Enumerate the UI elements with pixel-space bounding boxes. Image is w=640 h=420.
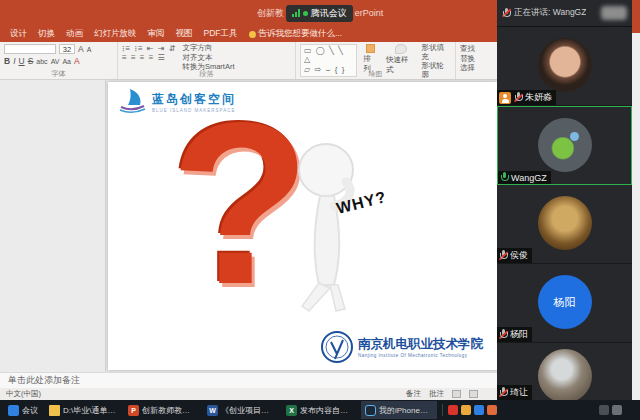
- participant-name-label: 朱妍淼: [497, 90, 556, 105]
- participant-name: 杨阳: [510, 328, 528, 341]
- participant-tile[interactable]: 琦让: [497, 343, 632, 400]
- alignment-icons[interactable]: ≡ ≡ ≡ ≡ ☰: [122, 53, 166, 62]
- tab-animations[interactable]: 动画: [66, 28, 83, 40]
- taskbar-divider: [442, 404, 443, 416]
- font-group: 32 A A B I U S abc AV Aa A 字体: [0, 42, 118, 79]
- taskbar-item-folder[interactable]: D:\毕业\通单组...: [45, 401, 121, 419]
- participant-name: 侯俊: [510, 249, 528, 262]
- meeting-widget-label: 腾讯会议: [311, 7, 347, 20]
- word-icon: W: [207, 405, 218, 416]
- school-name: 南京机电职业技术学院: [358, 336, 483, 353]
- tray-icon-blue[interactable]: [474, 405, 484, 415]
- tray-icon-orange[interactable]: [461, 405, 471, 415]
- shrink-font-button[interactable]: A: [87, 46, 92, 53]
- bullets-numbering-icons[interactable]: ⁝≡ ⁝≡ ⇤ ⇥ ⇵: [122, 44, 176, 53]
- clear-formatting-button[interactable]: abc: [36, 58, 47, 65]
- tab-pdf-tools[interactable]: PDF工具: [204, 28, 238, 40]
- comments-toggle-button[interactable]: 批注: [429, 389, 444, 399]
- lightbulb-icon: [249, 31, 256, 38]
- taskbar-item-word[interactable]: W 《创业项目计...: [203, 401, 279, 419]
- tell-me-box[interactable]: 告诉我您想要做什么...: [249, 28, 343, 40]
- screen: 创新教 腾讯会议 erPoint 设计 切换 动画 幻灯片放映 审阅 视图 PD…: [0, 0, 640, 420]
- signal-bars-icon: [292, 9, 300, 17]
- speaking-mic-icon: [500, 172, 508, 183]
- titlebar-right-sliver: [632, 0, 640, 33]
- tray-icon-red[interactable]: [448, 405, 458, 415]
- arrange-icon: [366, 44, 375, 53]
- participant-name-label: 琦让: [497, 385, 532, 400]
- paragraph-group: ⁝≡ ⁝≡ ⇤ ⇥ ⇵ ≡ ≡ ≡ ≡ ☰ 文字方向 对齐文本 转换为Smart…: [118, 42, 296, 79]
- tab-design[interactable]: 设计: [10, 28, 27, 40]
- shape-fill-button[interactable]: 形状填充: [422, 44, 451, 61]
- taskbar-item-label: D:\毕业\通单组...: [63, 405, 117, 416]
- taskbar-item-label: 发布内容自查...: [300, 405, 354, 416]
- muted-mic-icon[interactable]: [502, 8, 510, 19]
- text-direction-button[interactable]: 文字方向: [182, 44, 234, 53]
- paragraph-group-label: 段落: [118, 69, 295, 79]
- slide-canvas[interactable]: 蓝岛创客空间 BLUE ISLAND MAKERSPACE ? WHY?: [108, 82, 497, 370]
- system-tray: [448, 405, 497, 415]
- tray-far-right: [599, 405, 622, 415]
- tab-review[interactable]: 审阅: [148, 28, 165, 40]
- tray-icon-amber[interactable]: [487, 405, 497, 415]
- taskbar-item-excel[interactable]: X 发布内容自查...: [282, 401, 358, 419]
- taskbar-item-label: 创新教师教师...: [142, 405, 196, 416]
- avatar: [538, 38, 592, 92]
- normal-view-icon[interactable]: [452, 390, 461, 398]
- strikethrough-button[interactable]: S: [28, 56, 34, 66]
- meeting-app-icon: [8, 405, 19, 416]
- school-name-en: Nanjing Institute Of Mechatronic Technol…: [358, 353, 483, 358]
- muted-mic-icon: [499, 250, 507, 261]
- tray-icon-dim[interactable]: [599, 405, 609, 415]
- tab-view[interactable]: 视图: [176, 28, 193, 40]
- tab-slideshow[interactable]: 幻灯片放映: [94, 28, 137, 40]
- participant-name: 琦让: [510, 386, 528, 399]
- grow-font-button[interactable]: A: [78, 44, 84, 54]
- participant-name-label: 杨阳: [497, 327, 532, 342]
- taskbar-item-powerpoint[interactable]: P 创新教师教师...: [124, 401, 200, 419]
- window-title-right: erPoint: [355, 8, 384, 18]
- italic-button[interactable]: I: [13, 56, 15, 66]
- slide-thumbnail-pane[interactable]: [0, 80, 106, 372]
- participant-tile[interactable]: 杨阳 杨阳: [497, 264, 632, 343]
- tray-icon-dim[interactable]: [612, 405, 622, 415]
- muted-mic-icon: [499, 329, 507, 340]
- participant-name-label: WangGZ: [498, 171, 551, 184]
- participant-tile[interactable]: 朱妍淼: [497, 27, 632, 106]
- participant-tile[interactable]: 侯俊: [497, 185, 632, 264]
- bold-button[interactable]: B: [4, 56, 10, 66]
- participant-name: WangGZ: [511, 173, 547, 183]
- taskbar-item-iphone[interactable]: 我的iPhone等...: [361, 401, 437, 419]
- font-name-combo[interactable]: [4, 44, 56, 54]
- change-case-button[interactable]: Aa: [62, 58, 71, 65]
- avatar: [538, 118, 592, 172]
- drawing-group: ▭ ◯ ╲ ╲ △ ▱ ⇨ ⌣ { } 排列 快速样式 形状填充 形状轮廓: [296, 42, 456, 79]
- tencent-meeting-floating-widget[interactable]: 腾讯会议: [286, 5, 353, 22]
- blue-island-sail-icon: [118, 88, 148, 116]
- excel-icon: X: [286, 405, 297, 416]
- taskbar-item-label: 会议: [22, 405, 38, 416]
- underline-button[interactable]: U: [19, 56, 25, 66]
- notes-placeholder: 单击此处添加备注: [8, 374, 80, 387]
- language-indicator[interactable]: 中文(中国): [6, 389, 41, 399]
- school-logo: 南京机电职业技术学院 Nanjing Institute Of Mechatro…: [320, 330, 483, 364]
- speaking-status-text: 正在讲话: WangGZ: [514, 7, 586, 19]
- font-color-button[interactable]: A: [74, 56, 80, 66]
- avatar-initials: 杨阳: [538, 275, 592, 329]
- folder-icon: [49, 405, 60, 416]
- shapes-row1-icons: ▭ ◯ ╲ ╲ △: [304, 46, 353, 64]
- participant-tile-speaking[interactable]: WangGZ: [497, 106, 632, 185]
- window-right-scrollbar[interactable]: [632, 0, 640, 400]
- font-size-combo[interactable]: 32: [59, 44, 75, 54]
- slide-sorter-view-icon[interactable]: [469, 390, 478, 398]
- align-text-button[interactable]: 对齐文本: [182, 54, 234, 63]
- notes-toggle-button[interactable]: 备注: [406, 389, 421, 399]
- iphone-icon: [365, 405, 376, 416]
- character-spacing-button[interactable]: AV: [51, 58, 60, 65]
- muted-mic-icon: [514, 92, 522, 103]
- meeting-participants-panel: 正在讲话: WangGZ 朱妍淼 WangGZ 侯俊: [497, 0, 632, 400]
- tab-transitions[interactable]: 切换: [38, 28, 55, 40]
- taskbar-item-meeting[interactable]: 会议: [4, 401, 42, 419]
- windows-taskbar: 会议 D:\毕业\通单组... P 创新教师教师... W 《创业项目计... …: [0, 400, 640, 420]
- drawing-group-label: 绘图: [296, 69, 455, 79]
